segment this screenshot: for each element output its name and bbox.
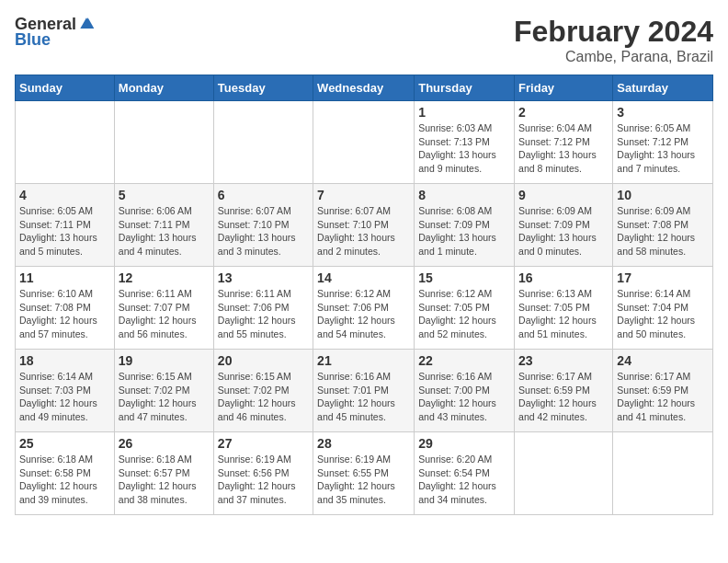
calendar-cell: 19Sunrise: 6:15 AM Sunset: 7:02 PM Dayli… xyxy=(114,350,213,432)
day-number: 25 xyxy=(19,436,110,451)
calendar-cell: 14Sunrise: 6:12 AM Sunset: 7:06 PM Dayli… xyxy=(313,267,415,350)
calendar-body: 1Sunrise: 6:03 AM Sunset: 7:13 PM Daylig… xyxy=(16,101,713,515)
logo-blue-text: Blue xyxy=(15,30,51,50)
week-row-3: 11Sunrise: 6:10 AM Sunset: 7:08 PM Dayli… xyxy=(16,267,713,350)
day-number: 2 xyxy=(518,105,609,120)
day-number: 18 xyxy=(19,353,110,368)
header-row: SundayMondayTuesdayWednesdayThursdayFrid… xyxy=(16,75,713,101)
week-row-2: 4Sunrise: 6:05 AM Sunset: 7:11 PM Daylig… xyxy=(16,184,713,267)
day-info: Sunrise: 6:04 AM Sunset: 7:12 PM Dayligh… xyxy=(518,121,609,176)
day-info: Sunrise: 6:19 AM Sunset: 6:55 PM Dayligh… xyxy=(317,453,410,507)
calendar-cell: 4Sunrise: 6:05 AM Sunset: 7:11 PM Daylig… xyxy=(16,184,115,267)
day-number: 13 xyxy=(218,270,309,285)
day-info: Sunrise: 6:17 AM Sunset: 6:59 PM Dayligh… xyxy=(518,370,609,424)
day-info: Sunrise: 6:13 AM Sunset: 7:05 PM Dayligh… xyxy=(518,287,609,341)
header-day-monday: Monday xyxy=(114,75,213,101)
calendar-cell: 3Sunrise: 6:05 AM Sunset: 7:12 PM Daylig… xyxy=(613,101,713,184)
day-info: Sunrise: 6:08 AM Sunset: 7:09 PM Dayligh… xyxy=(418,204,510,259)
day-info: Sunrise: 6:18 AM Sunset: 6:57 PM Dayligh… xyxy=(119,453,210,507)
day-number: 17 xyxy=(617,270,709,285)
calendar-cell: 11Sunrise: 6:10 AM Sunset: 7:08 PM Dayli… xyxy=(16,267,115,350)
day-info: Sunrise: 6:15 AM Sunset: 7:02 PM Dayligh… xyxy=(119,370,210,424)
day-info: Sunrise: 6:18 AM Sunset: 6:58 PM Dayligh… xyxy=(19,453,110,507)
header-day-tuesday: Tuesday xyxy=(213,75,313,101)
page-header: General Blue February 2024 Cambe, Parana… xyxy=(15,15,713,65)
calendar-cell: 29Sunrise: 6:20 AM Sunset: 6:54 PM Dayli… xyxy=(415,432,515,515)
calendar-cell: 15Sunrise: 6:12 AM Sunset: 7:05 PM Dayli… xyxy=(415,267,515,350)
calendar-cell xyxy=(213,101,313,184)
calendar-header: SundayMondayTuesdayWednesdayThursdayFrid… xyxy=(16,75,713,101)
day-info: Sunrise: 6:14 AM Sunset: 7:04 PM Dayligh… xyxy=(617,287,709,341)
day-info: Sunrise: 6:05 AM Sunset: 7:12 PM Dayligh… xyxy=(617,121,709,176)
day-info: Sunrise: 6:10 AM Sunset: 7:08 PM Dayligh… xyxy=(19,287,110,341)
day-number: 21 xyxy=(317,353,410,368)
header-day-sunday: Sunday xyxy=(16,75,115,101)
day-info: Sunrise: 6:15 AM Sunset: 7:02 PM Dayligh… xyxy=(218,370,309,424)
calendar-cell: 7Sunrise: 6:07 AM Sunset: 7:10 PM Daylig… xyxy=(313,184,415,267)
day-info: Sunrise: 6:11 AM Sunset: 7:06 PM Dayligh… xyxy=(218,287,309,341)
day-number: 19 xyxy=(119,353,210,368)
day-info: Sunrise: 6:07 AM Sunset: 7:10 PM Dayligh… xyxy=(317,204,410,259)
day-info: Sunrise: 6:09 AM Sunset: 7:09 PM Dayligh… xyxy=(518,204,609,259)
day-info: Sunrise: 6:14 AM Sunset: 7:03 PM Dayligh… xyxy=(19,370,110,424)
day-number: 12 xyxy=(119,270,210,285)
calendar-cell: 26Sunrise: 6:18 AM Sunset: 6:57 PM Dayli… xyxy=(114,432,213,515)
day-info: Sunrise: 6:07 AM Sunset: 7:10 PM Dayligh… xyxy=(218,204,309,259)
calendar-cell: 25Sunrise: 6:18 AM Sunset: 6:58 PM Dayli… xyxy=(16,432,115,515)
day-number: 29 xyxy=(418,436,510,451)
day-number: 27 xyxy=(218,436,309,451)
day-info: Sunrise: 6:11 AM Sunset: 7:07 PM Dayligh… xyxy=(119,287,210,341)
day-info: Sunrise: 6:16 AM Sunset: 7:00 PM Dayligh… xyxy=(418,370,510,424)
calendar-cell xyxy=(313,101,415,184)
calendar-cell: 18Sunrise: 6:14 AM Sunset: 7:03 PM Dayli… xyxy=(16,350,115,432)
title-area: February 2024 Cambe, Parana, Brazil xyxy=(514,15,713,65)
location-subtitle: Cambe, Parana, Brazil xyxy=(514,49,713,65)
day-number: 20 xyxy=(218,353,309,368)
calendar-cell: 27Sunrise: 6:19 AM Sunset: 6:56 PM Dayli… xyxy=(213,432,313,515)
calendar-cell: 20Sunrise: 6:15 AM Sunset: 7:02 PM Dayli… xyxy=(213,350,313,432)
day-number: 3 xyxy=(617,105,709,120)
header-day-friday: Friday xyxy=(515,75,613,101)
header-day-thursday: Thursday xyxy=(415,75,515,101)
day-info: Sunrise: 6:16 AM Sunset: 7:01 PM Dayligh… xyxy=(317,370,410,424)
day-info: Sunrise: 6:12 AM Sunset: 7:06 PM Dayligh… xyxy=(317,287,410,341)
calendar-cell: 17Sunrise: 6:14 AM Sunset: 7:04 PM Dayli… xyxy=(613,267,713,350)
calendar-cell: 8Sunrise: 6:08 AM Sunset: 7:09 PM Daylig… xyxy=(415,184,515,267)
day-info: Sunrise: 6:12 AM Sunset: 7:05 PM Dayligh… xyxy=(418,287,510,341)
calendar-cell xyxy=(613,432,713,515)
calendar-cell: 10Sunrise: 6:09 AM Sunset: 7:08 PM Dayli… xyxy=(613,184,713,267)
logo-icon xyxy=(77,15,96,33)
header-day-wednesday: Wednesday xyxy=(313,75,415,101)
calendar-cell: 9Sunrise: 6:09 AM Sunset: 7:09 PM Daylig… xyxy=(515,184,613,267)
day-number: 22 xyxy=(418,353,510,368)
day-number: 28 xyxy=(317,436,410,451)
day-info: Sunrise: 6:19 AM Sunset: 6:56 PM Dayligh… xyxy=(218,453,309,507)
month-title: February 2024 xyxy=(514,15,713,49)
header-day-saturday: Saturday xyxy=(613,75,713,101)
calendar-cell: 22Sunrise: 6:16 AM Sunset: 7:00 PM Dayli… xyxy=(415,350,515,432)
calendar-table: SundayMondayTuesdayWednesdayThursdayFrid… xyxy=(15,75,713,515)
day-number: 24 xyxy=(617,353,709,368)
calendar-cell: 5Sunrise: 6:06 AM Sunset: 7:11 PM Daylig… xyxy=(114,184,213,267)
day-number: 1 xyxy=(418,105,510,120)
calendar-cell: 12Sunrise: 6:11 AM Sunset: 7:07 PM Dayli… xyxy=(114,267,213,350)
calendar-cell xyxy=(16,101,115,184)
calendar-cell: 23Sunrise: 6:17 AM Sunset: 6:59 PM Dayli… xyxy=(515,350,613,432)
calendar-cell: 24Sunrise: 6:17 AM Sunset: 6:59 PM Dayli… xyxy=(613,350,713,432)
day-info: Sunrise: 6:06 AM Sunset: 7:11 PM Dayligh… xyxy=(119,204,210,259)
calendar-cell: 2Sunrise: 6:04 AM Sunset: 7:12 PM Daylig… xyxy=(515,101,613,184)
day-info: Sunrise: 6:03 AM Sunset: 7:13 PM Dayligh… xyxy=(418,121,510,176)
day-number: 23 xyxy=(518,353,609,368)
calendar-cell: 1Sunrise: 6:03 AM Sunset: 7:13 PM Daylig… xyxy=(415,101,515,184)
calendar-cell: 21Sunrise: 6:16 AM Sunset: 7:01 PM Dayli… xyxy=(313,350,415,432)
day-number: 26 xyxy=(119,436,210,451)
day-number: 8 xyxy=(418,188,510,202)
day-number: 16 xyxy=(518,270,609,285)
day-info: Sunrise: 6:20 AM Sunset: 6:54 PM Dayligh… xyxy=(418,453,510,507)
week-row-4: 18Sunrise: 6:14 AM Sunset: 7:03 PM Dayli… xyxy=(16,350,713,432)
day-number: 11 xyxy=(19,270,110,285)
day-number: 7 xyxy=(317,188,410,202)
calendar-cell: 6Sunrise: 6:07 AM Sunset: 7:10 PM Daylig… xyxy=(213,184,313,267)
week-row-5: 25Sunrise: 6:18 AM Sunset: 6:58 PM Dayli… xyxy=(16,432,713,515)
day-number: 5 xyxy=(119,188,210,202)
